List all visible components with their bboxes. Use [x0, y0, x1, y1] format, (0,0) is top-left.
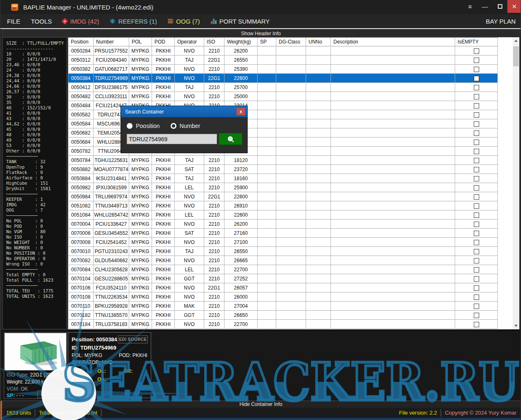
table-row[interactable]: 0051084WHLU2654742MYPKGPKKHILEL221022600 [68, 210, 498, 220]
table-row[interactable]: 0050884IKSU2314841MYPKGPKKHITAJ221018160 [68, 174, 498, 183]
isempty-checkbox[interactable] [474, 48, 479, 54]
vertical-scrollbar[interactable] [513, 37, 519, 329]
menu-bay-plan[interactable]: BAY PLAN [486, 18, 516, 25]
table-row[interactable]: 0070010PGTU2310243MYPKGPKKHITAJ221026550 [68, 247, 498, 256]
table-row[interactable]: 0070006GESU3454552MYPKGPKKHISAT221027160 [68, 229, 498, 238]
column-header[interactable]: Operator [175, 38, 204, 46]
table-row[interactable]: 0050284PRSU1577552MYPKGPKKHINVO221026200 [68, 46, 498, 56]
column-header[interactable]: POD [152, 38, 175, 46]
detail-dashes: - - - [72, 386, 80, 391]
table-row[interactable]: 0070108TTNU2263534MYPKGPKKHINVO221026000 [68, 292, 498, 302]
column-header[interactable]: Description [331, 38, 455, 46]
dialog-title-bar[interactable]: Search Container [121, 106, 247, 117]
table-row[interactable]: 0050982IPXU3081599MYPKGPKKHILEL221025900 [68, 183, 498, 192]
table-row[interactable]: 0050412DFSU2386175MYPKGPKKHITAJ221025700 [68, 83, 498, 92]
isempty-checkbox[interactable] [474, 130, 479, 136]
isempty-checkbox[interactable] [474, 212, 479, 218]
isempty-checkbox[interactable] [474, 203, 479, 209]
column-header[interactable]: IsEMPTY [455, 38, 498, 46]
table-row[interactable]: 0051082TTNU3449713MYPKGPKKHINVO221026910 [68, 201, 498, 210]
isempty-checkbox[interactable] [474, 103, 479, 109]
search-button[interactable] [219, 133, 242, 145]
menu-oog-label: OOG (7) [176, 18, 200, 25]
menu-port-summary[interactable]: PORT SUMMARY [211, 18, 270, 25]
isempty-checkbox[interactable] [474, 140, 479, 145]
isempty-checkbox[interactable] [474, 94, 479, 99]
column-header[interactable]: POL [129, 38, 152, 46]
menu-file[interactable]: FILE [7, 18, 20, 25]
table-row[interactable]: 0070182TTNU1385570MYPKGPKKHIGGT221026650 [68, 311, 498, 320]
column-header[interactable]: Weight(kg) [224, 38, 258, 46]
column-header[interactable]: SP [258, 38, 276, 46]
vgm-value: OK [21, 386, 28, 392]
position-radio[interactable] [127, 123, 133, 129]
isempty-checkbox[interactable] [474, 222, 479, 227]
isempty-checkbox[interactable] [474, 267, 479, 273]
table-row[interactable]: 0050882MOAU0777874MYPKGPKKHISAT221023720 [68, 165, 498, 174]
isempty-checkbox[interactable] [474, 294, 479, 300]
isempty-checkbox[interactable] [474, 249, 479, 254]
table-row[interactable]: 0070084CLHU2305628MYPKGPKKHILEL221022700 [68, 265, 498, 274]
table-row[interactable]: 0070104GESU2288605MYPKGPKKHIGGT221027252 [68, 274, 498, 283]
detail-operator: OPERATOR: NVO [72, 360, 113, 365]
menu-oog[interactable]: OOG (7) [168, 18, 200, 25]
isempty-checkbox[interactable] [474, 231, 479, 236]
isempty-checkbox[interactable] [474, 276, 479, 282]
scroll-down-icon[interactable] [513, 322, 519, 329]
scrollbar-thumb[interactable] [513, 46, 519, 66]
vgm-label: VGM: [7, 386, 19, 392]
column-header[interactable]: UNNo [306, 38, 331, 46]
window-menu-icon[interactable]: ≡ [463, 0, 478, 13]
column-header[interactable]: Number [94, 38, 129, 46]
isempty-checkbox[interactable] [474, 149, 479, 154]
isempty-checkbox[interactable] [474, 176, 479, 181]
close-button[interactable]: ✕ [507, 0, 521, 13]
menu-imdg[interactable]: IMDG (42) [63, 18, 99, 25]
table-row[interactable]: 0070008FCIU2541452MYPKGPKKHINVO221027100 [68, 238, 498, 247]
column-header[interactable]: Position [68, 38, 94, 46]
table-row[interactable]: 0070004PCIU1336427MYPKGPKKHINVO221026200 [68, 220, 498, 229]
maximize-button[interactable] [492, 0, 507, 13]
menu-reefers[interactable]: ❄ REEFERS (1) [110, 17, 157, 25]
table-row[interactable]: 0070082GLDU5440662MYPKGPKKHINVO221026665 [68, 256, 498, 265]
isempty-checkbox[interactable] [474, 240, 479, 245]
isempty-checkbox[interactable] [474, 85, 479, 90]
show-header-info-label: Show Header Info [241, 31, 281, 36]
iso-data-button[interactable]: ISO DATA [37, 391, 65, 398]
isempty-checkbox[interactable] [474, 322, 479, 327]
show-header-info-bar[interactable]: Show Header Info [2, 29, 519, 37]
table-row[interactable]: 0070184TRLU3758183MYPKGPKKHINVO221022700 [68, 320, 498, 329]
table-row[interactable]: 0050382GATU0682717MYPKGPKKHINVO221025390 [68, 65, 498, 74]
search-input[interactable] [127, 134, 217, 144]
isempty-checkbox[interactable] [474, 313, 479, 318]
dialog-title: Search Container [125, 109, 164, 115]
isempty-checkbox[interactable] [474, 112, 479, 118]
isempty-checkbox[interactable] [474, 121, 479, 127]
table-row[interactable]: 0050984TRLU9697974MYPKGPKKHINVO22G122600 [68, 192, 498, 201]
table-row[interactable]: 0050384TDRU2754969MYPKGPKKHINVO22G122600 [68, 74, 498, 83]
column-header[interactable]: DG-Class [276, 38, 306, 46]
minimize-button[interactable]: — [478, 0, 492, 13]
isempty-checkbox[interactable] [474, 67, 479, 72]
isempty-checkbox[interactable] [474, 285, 479, 291]
menu-tools[interactable]: TOOLS [31, 18, 52, 25]
number-radio[interactable] [171, 123, 176, 129]
table-row[interactable]: 0070110BPKU2958928MYPKGPKKHIMAK221027004 [68, 302, 498, 311]
isempty-checkbox[interactable] [474, 304, 479, 309]
table-row[interactable]: 0050784TGHU1225631MYPKGPKKHITAJ221018120 [68, 156, 498, 165]
edi-source-button[interactable]: EDI SOURCE [118, 336, 148, 343]
table-row[interactable]: 0050482CCLU3923111MYPKGPKKHINVO221025000 [68, 92, 498, 101]
isempty-checkbox[interactable] [474, 258, 479, 263]
table-row[interactable]: 0070106FCIU3524110MYPKGPKKHINVO22G126057 [68, 283, 498, 292]
isempty-checkbox[interactable] [474, 194, 479, 200]
column-header[interactable]: ISO [204, 38, 224, 46]
isempty-checkbox[interactable] [474, 167, 479, 172]
isempty-checkbox[interactable] [474, 58, 479, 63]
scroll-up-icon[interactable] [513, 37, 519, 44]
isempty-checkbox[interactable] [474, 185, 479, 191]
hide-container-info-bar[interactable]: Hide Container Info [1, 401, 521, 408]
isempty-checkbox[interactable] [474, 158, 479, 163]
table-row[interactable]: 0050312FCIU2084340MYPKGPKKHITAJ22G126550 [68, 56, 498, 65]
dialog-close-button[interactable]: x [236, 108, 245, 115]
isempty-checkbox[interactable] [474, 76, 479, 81]
